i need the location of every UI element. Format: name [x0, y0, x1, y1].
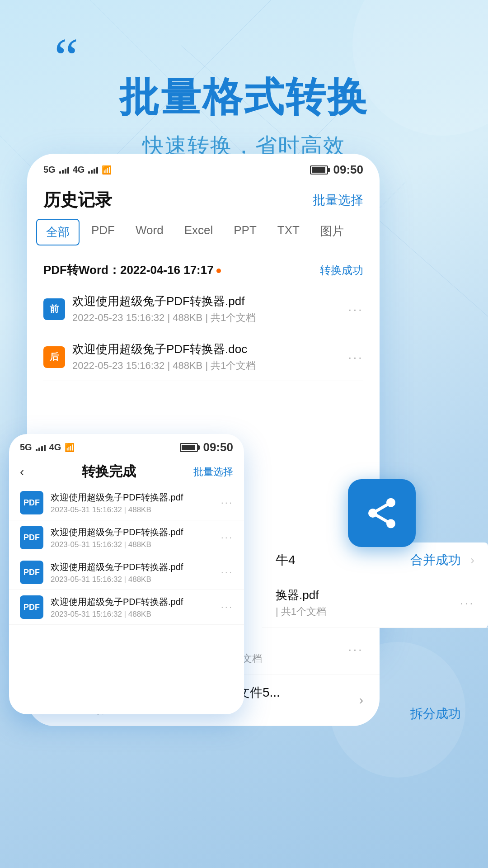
share-merge-button[interactable] — [348, 479, 416, 547]
notification-dot — [216, 269, 221, 273]
tab-all[interactable]: 全部 — [36, 219, 80, 245]
secondary-file-info-4: 欢迎使用超级兔子PDF转换器.pdf 2023-05-31 15:16:32 |… — [51, 596, 214, 619]
pdf-badge-4: PDF — [20, 595, 43, 619]
history-group: PDF转Word：2022-04-16 17:17 转换成功 前 欢迎使用超级兔… — [27, 253, 380, 386]
share-icon — [364, 495, 400, 531]
tab-pdf[interactable]: PDF — [82, 219, 124, 245]
secondary-file-info-2: 欢迎使用超级兔子PDF转换器.pdf 2023-05-31 15:16:32 |… — [51, 526, 214, 549]
status-bar-left: 5G 4G 📶 — [43, 165, 112, 175]
tab-excel[interactable]: Excel — [175, 219, 222, 245]
secondary-file-meta-3: 2023-05-31 15:16:32 | 488KB — [51, 575, 214, 584]
secondary-file-meta-1: 2023-05-31 15:16:32 | 488KB — [51, 505, 214, 514]
battery-icon — [310, 165, 328, 175]
history-date-title: PDF转Word：2022-04-16 17:17 — [43, 262, 221, 278]
signal-bars-main — [59, 166, 69, 174]
secondary-more-2[interactable]: ··· — [221, 532, 233, 543]
batch-select-secondary[interactable]: 批量选择 — [193, 465, 233, 479]
network-4g: 4G — [73, 165, 85, 175]
file-item-doc[interactable]: 后 欢迎使用超级兔子PDF转换器.doc 2022-05-23 15:16:32… — [43, 333, 363, 381]
tab-txt[interactable]: TXT — [268, 219, 309, 245]
header-section: “ 批量格式转换 快速转换，省时高效 — [0, 0, 488, 179]
file-meta-doc: 2022-05-23 15:16:32 | 488KB | 共1个文档 — [72, 359, 341, 373]
network-5g: 5G — [43, 165, 56, 175]
bottom-more[interactable]: ··· — [348, 642, 363, 657]
secondary-title: 转换完成 — [82, 462, 136, 481]
secondary-file-3[interactable]: PDF 欢迎使用超级兔子PDF转换器.pdf 2023-05-31 15:16:… — [9, 555, 244, 590]
phone-secondary-mockup: 5G 4G 📶 09:50 ‹ 转换完成 批量选择 PDF 欢迎使用超级兔子PD… — [9, 434, 244, 714]
tab-word[interactable]: Word — [127, 219, 173, 245]
combined-chevron: › — [359, 693, 363, 708]
right-item-2-info: 换器.pdf | 共1个文档 — [276, 587, 455, 618]
right-item-2-meta: | 共1个文档 — [276, 605, 455, 618]
merge-success-label: 合并成功 — [410, 552, 461, 569]
file-info-doc: 欢迎使用超级兔子PDF转换器.doc 2022-05-23 15:16:32 |… — [72, 341, 341, 373]
file-info-pdf: 欢迎使用超级兔子PDF转换器.pdf 2022-05-23 15:16:32 |… — [72, 293, 341, 325]
tab-bar: 全部 PDF Word Excel PPT TXT 图片 — [27, 219, 380, 253]
right-chevron-1: › — [470, 553, 474, 567]
file-more-button-2[interactable]: ··· — [348, 349, 363, 365]
back-button[interactable]: ‹ — [20, 465, 24, 479]
status-bar-main: 5G 4G 📶 09:50 — [27, 154, 380, 181]
batch-select-button[interactable]: 批量选择 — [313, 192, 363, 209]
right-item-2[interactable]: 换器.pdf | 共1个文档 ··· — [262, 578, 488, 628]
file-name-pdf: 欢迎使用超级兔子PDF转换器.pdf — [72, 293, 341, 309]
file-meta-pdf: 2022-05-23 15:16:32 | 488KB | 共1个文档 — [72, 311, 341, 325]
split-success-label: 拆分成功 — [410, 705, 461, 722]
secondary-file-meta-2: 2023-05-31 15:16:32 | 488KB — [51, 540, 214, 549]
pdf-badge-1: PDF — [20, 491, 43, 514]
headline: 批量格式转换 — [27, 71, 461, 124]
history-date-header: PDF转Word：2022-04-16 17:17 转换成功 — [43, 262, 363, 278]
battery-secondary — [180, 443, 198, 452]
signal-bars-4g — [88, 166, 98, 174]
secondary-more-1[interactable]: ··· — [221, 497, 233, 509]
network-4g-secondary: 4G — [49, 442, 61, 453]
file-item-pdf[interactable]: 前 欢迎使用超级兔子PDF转换器.pdf 2022-05-23 15:16:32… — [43, 285, 363, 333]
secondary-file-1[interactable]: PDF 欢迎使用超级兔子PDF转换器.pdf 2023-05-31 15:16:… — [9, 486, 244, 520]
file-more-button[interactable]: ··· — [348, 302, 363, 317]
file-badge-after: 后 — [43, 346, 65, 368]
clock-time: 09:50 — [333, 163, 364, 177]
app-header-main: 历史记录 批量选择 — [27, 181, 380, 219]
pdf-badge-2: PDF — [20, 526, 43, 549]
tab-ppt[interactable]: PPT — [225, 219, 266, 245]
wifi-icon-secondary: 📶 — [65, 443, 75, 453]
network-5g-secondary: 5G — [20, 442, 32, 453]
secondary-more-4[interactable]: ··· — [221, 601, 233, 613]
app-title: 历史记录 — [43, 189, 112, 212]
status-left-secondary: 5G 4G 📶 — [20, 442, 75, 453]
file-name-doc: 欢迎使用超级兔子PDF转换器.doc — [72, 341, 341, 357]
secondary-file-2[interactable]: PDF 欢迎使用超级兔子PDF转换器.pdf 2023-05-31 15:16:… — [9, 520, 244, 555]
secondary-file-name-1: 欢迎使用超级兔子PDF转换器.pdf — [51, 491, 214, 504]
wifi-icon: 📶 — [102, 165, 112, 175]
signal-secondary — [36, 444, 46, 451]
secondary-more-3[interactable]: ··· — [221, 566, 233, 578]
pdf-badge-3: PDF — [20, 561, 43, 584]
secondary-file-meta-4: 2023-05-31 15:16:32 | 488KB — [51, 610, 214, 619]
app-header-secondary: ‹ 转换完成 批量选择 — [9, 458, 244, 486]
secondary-file-info-1: 欢迎使用超级兔子PDF转换器.pdf 2023-05-31 15:16:32 |… — [51, 491, 214, 514]
time-secondary: 09:50 — [203, 440, 234, 454]
secondary-file-info-3: 欢迎使用超级兔子PDF转换器.pdf 2023-05-31 15:16:32 |… — [51, 561, 214, 584]
status-bar-right: 09:50 — [310, 163, 364, 177]
file-badge-before: 前 — [43, 298, 65, 320]
secondary-file-name-3: 欢迎使用超级兔子PDF转换器.pdf — [51, 561, 214, 573]
right-more-2[interactable]: ··· — [460, 596, 474, 610]
secondary-file-name-2: 欢迎使用超级兔子PDF转换器.pdf — [51, 526, 214, 538]
status-right-secondary: 09:50 — [180, 440, 234, 454]
secondary-file-name-4: 欢迎使用超级兔子PDF转换器.pdf — [51, 596, 214, 608]
right-item-2-name: 换器.pdf — [276, 587, 455, 603]
tab-image[interactable]: 图片 — [311, 219, 353, 245]
secondary-file-4[interactable]: PDF 欢迎使用超级兔子PDF转换器.pdf 2023-05-31 15:16:… — [9, 590, 244, 625]
status-bar-secondary: 5G 4G 📶 09:50 — [9, 434, 244, 458]
conversion-status: 转换成功 — [320, 263, 363, 278]
